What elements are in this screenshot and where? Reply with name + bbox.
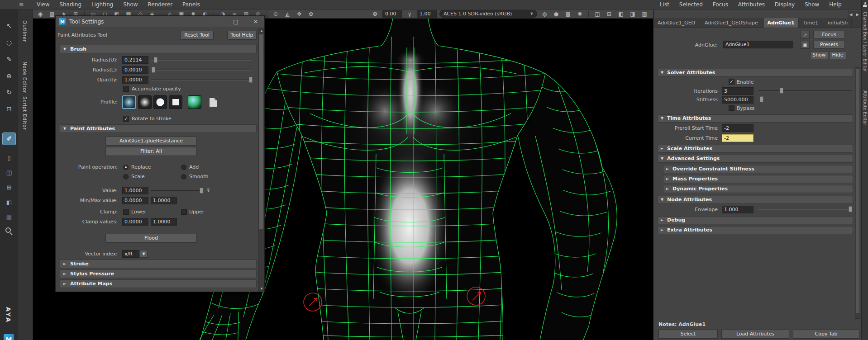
right-pane-icon[interactable]: ◨ (628, 10, 637, 18)
flood-button[interactable]: Flood (105, 234, 197, 243)
section-debug[interactable]: ► Debug (658, 216, 853, 224)
copy-tab-button[interactable]: Copy Tab (793, 330, 859, 339)
radius-u-slider[interactable] (151, 57, 252, 63)
envelope-slider[interactable] (758, 206, 852, 212)
menu-renderer[interactable]: Renderer (143, 0, 176, 9)
iterations-slider[interactable] (758, 87, 852, 94)
lights-icon[interactable]: ✺ (575, 10, 584, 18)
maximize-icon[interactable]: □ (228, 16, 243, 28)
vector-index-dropdown-icon[interactable]: ▼ (140, 250, 148, 258)
section-stylus-pressure[interactable]: ► Stylus Pressure (60, 269, 257, 278)
show-button[interactable]: Show (810, 51, 828, 59)
section-solver-attributes[interactable]: ▼ Solver Attributes (658, 69, 853, 77)
lasso-tool-icon[interactable]: ◌ (4, 38, 14, 47)
grid-pane-icon[interactable]: ▥ (640, 10, 649, 18)
hide-button[interactable]: Hide (829, 51, 846, 59)
menu-shading[interactable]: Shading (55, 0, 86, 9)
layout-split-icon[interactable]: ◧ (4, 198, 14, 206)
brush-profile-soft-icon[interactable] (122, 95, 136, 109)
enable-checkbox[interactable]: ✓ (729, 79, 734, 85)
clamp-lower-checkbox[interactable] (123, 209, 129, 215)
attribute-editor-scrollbar[interactable] (855, 67, 860, 319)
menu-attributes[interactable]: Attributes (734, 0, 769, 9)
tab-scroll-right-icon[interactable]: ▶ (854, 11, 861, 18)
scale-radio[interactable] (123, 174, 129, 179)
layout-outliner-icon[interactable]: ▥ (4, 213, 14, 221)
layout-two-pane-icon[interactable]: ◫ (4, 168, 14, 176)
tab-channel-box-layer-editor[interactable]: Channel Box / Layer Editor (863, 12, 868, 72)
minus-pane-icon[interactable]: ⊟ (605, 10, 614, 18)
section-advanced-settings[interactable]: ▼ Advanced Settings (658, 155, 853, 163)
scale-tool-icon[interactable]: ⊡ (4, 104, 14, 114)
camera-icon[interactable]: ◉ (36, 10, 45, 18)
menu-show-ae[interactable]: Show (801, 0, 823, 9)
textured-icon[interactable]: ▩ (563, 10, 572, 18)
add-radio[interactable] (181, 165, 186, 170)
menu-list[interactable]: List (656, 0, 673, 9)
exposure-field[interactable]: 0.00 (382, 10, 402, 18)
replace-radio[interactable] (123, 165, 129, 170)
stiffness-slider[interactable] (758, 96, 852, 103)
accumulate-opacity-checkbox[interactable] (123, 86, 129, 92)
brush-profile-solid-icon[interactable] (153, 95, 167, 109)
panel-menu-icon[interactable]: ≡ (19, 1, 24, 8)
scroll-up-icon[interactable]: ▴ (258, 28, 265, 34)
tab-outliner[interactable]: Outliner (22, 20, 28, 42)
left-pane-icon[interactable]: ◧ (616, 10, 625, 18)
paint-select-tool-icon[interactable]: ✎ (4, 54, 14, 64)
layout-single-icon[interactable]: ▯ (4, 153, 14, 161)
value-slider[interactable] (151, 187, 202, 194)
minimize-icon[interactable]: – (208, 16, 224, 28)
close-icon[interactable]: ✕ (248, 16, 263, 28)
iterations-field[interactable]: 3 (722, 87, 754, 95)
tab-time1[interactable]: time1 (800, 18, 822, 28)
paint-attribute-button[interactable]: AdnGlue1.glueResistance (105, 137, 197, 146)
eyedropper-icon[interactable]: ✑ (205, 188, 211, 192)
tool-help-button[interactable]: Tool Help (227, 31, 257, 40)
zoom-icon[interactable] (5, 227, 11, 233)
brush-profile-fuzzy-icon[interactable] (138, 95, 152, 109)
layout-four-pane-icon[interactable]: ⊞ (4, 183, 14, 191)
menu-focus[interactable]: Focus (709, 0, 732, 9)
gamma-field[interactable]: 1.00 (417, 10, 437, 18)
select-tool-icon[interactable]: ↖ (4, 21, 14, 31)
opacity-slider[interactable] (151, 76, 252, 83)
menu-selected[interactable]: Selected (675, 0, 707, 9)
select-button[interactable]: Select (658, 330, 718, 339)
load-attributes-button[interactable]: Load Attributes (721, 330, 789, 339)
clamp-min-field[interactable]: 0.0000 (122, 218, 148, 226)
tab-scroll-left-icon[interactable]: ◀ (848, 11, 854, 18)
section-extra-attributes[interactable]: ► Extra Attributes (658, 226, 853, 234)
view-transform-dropdown[interactable]: ACES 1.0 SDR-video (sRGB) ▼ (439, 10, 537, 18)
two-pane-icon[interactable]: ◫ (593, 10, 602, 18)
menu-panels[interactable]: Panels (178, 0, 204, 9)
rotate-tool-icon[interactable]: ↻ (4, 87, 14, 97)
reset-tool-button[interactable]: Reset Tool (180, 31, 214, 40)
section-dynamic-properties[interactable]: ► Dynamic Properties (663, 185, 853, 193)
tab-node-editor[interactable]: Node Editor (22, 61, 28, 93)
popout-icon[interactable]: ↗ (801, 31, 810, 39)
vector-index-field[interactable]: x/R (122, 250, 139, 258)
xray-icon[interactable]: ◭ (283, 10, 292, 18)
section-override-constraint-stiffness[interactable]: ► Override Constraint Stiffness (663, 165, 853, 173)
account-icon[interactable] (863, 2, 867, 6)
shaded-icon[interactable]: ● (552, 10, 561, 18)
tool-settings-scrollbar[interactable]: ▴ ▾ (258, 28, 264, 292)
isolate-select-icon[interactable]: ⊙ (271, 10, 280, 18)
move-tool-icon[interactable]: ⊕ (4, 71, 14, 81)
opacity-field[interactable]: 1.0000 (122, 76, 148, 84)
gamma-icon[interactable]: γ (405, 10, 414, 18)
radius-u-field[interactable]: 0.2114 (122, 56, 148, 64)
rotate-to-stroke-checkbox[interactable]: ✓ (123, 116, 129, 122)
tab-adnglue1-geoshape[interactable]: AdnGlue1_GEOShape (701, 18, 762, 28)
tab-adnglue1[interactable]: AdnGlue1 (764, 18, 799, 28)
menu-lighting[interactable]: Lighting (87, 0, 118, 9)
pin-icon[interactable]: ▣ (801, 41, 810, 49)
section-brush[interactable]: ▼ Brush (60, 45, 257, 53)
section-time-attributes[interactable]: ▼ Time Attributes (658, 114, 853, 123)
brush-profile-square-icon[interactable] (169, 95, 182, 109)
envelope-field[interactable]: 1.000 (722, 206, 754, 213)
tab-initialsh[interactable]: initialSh (824, 18, 852, 28)
tab-script-editor[interactable]: Script Editor (22, 96, 28, 130)
clamp-upper-checkbox[interactable] (181, 209, 187, 215)
